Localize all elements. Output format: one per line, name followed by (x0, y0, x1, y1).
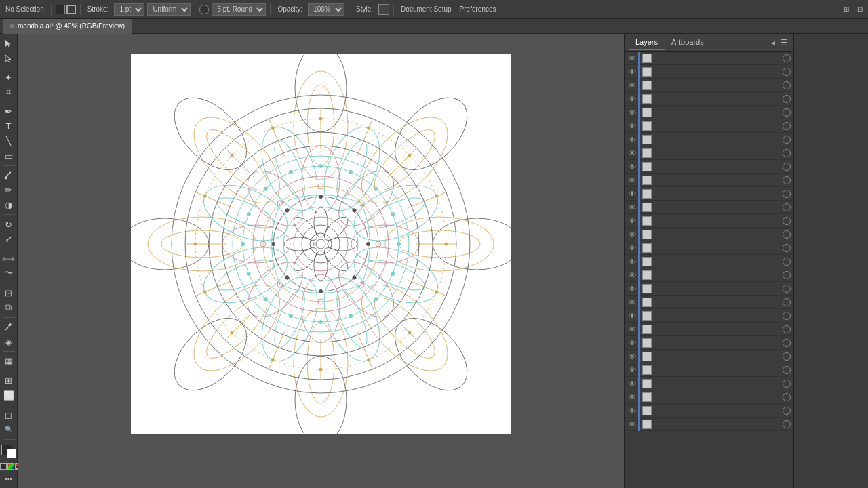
layer-target-circle[interactable] (783, 366, 791, 374)
layer-visibility-toggle[interactable]: 👁 (626, 241, 638, 255)
layer-target-circle[interactable] (783, 149, 791, 157)
layer-visibility-toggle[interactable]: 👁 (626, 404, 638, 418)
color-mode-gradient[interactable] (7, 463, 14, 470)
free-transform-tool-btn[interactable]: ⊡ (1, 286, 16, 300)
layer-visibility-toggle[interactable]: 👁 (626, 363, 638, 377)
stroke-type-select[interactable]: Uniform (147, 3, 191, 16)
layer-visibility-toggle[interactable]: 👁 (626, 228, 638, 241)
layer-target-circle[interactable] (783, 407, 791, 415)
blob-brush-tool-btn[interactable]: ◑ (1, 199, 16, 212)
stroke-style-select[interactable]: 5 pt. Round (212, 3, 266, 16)
layer-visibility-toggle[interactable]: 👁 (626, 214, 638, 228)
layer-row[interactable]: 👁 (625, 282, 793, 296)
more-tools-btn[interactable]: ••• (1, 472, 16, 486)
file-tab[interactable]: ✕ mandala.ai* @ 40% (RGB/Preview) (3, 19, 132, 34)
blend-tool-btn[interactable]: ◈ (1, 335, 16, 348)
layer-row[interactable]: 👁 (625, 214, 793, 228)
layer-target-circle[interactable] (783, 136, 791, 144)
layer-row[interactable]: 👁 (625, 404, 793, 418)
layer-target-circle[interactable] (783, 298, 791, 306)
tab-close-icon[interactable]: ✕ (9, 23, 15, 30)
preferences-button[interactable]: Preferences (457, 4, 499, 14)
layer-row[interactable]: 👁 (625, 228, 793, 241)
layer-row[interactable]: 👁 (625, 255, 793, 268)
layer-target-circle[interactable] (783, 122, 791, 130)
layer-row[interactable]: 👁 (625, 52, 793, 65)
pen-tool-btn[interactable]: ✒ (1, 105, 16, 119)
layer-visibility-toggle[interactable]: 👁 (626, 309, 638, 323)
layer-visibility-toggle[interactable]: 👁 (626, 119, 638, 133)
layer-row[interactable]: 👁 (625, 133, 793, 146)
style-swatch[interactable] (378, 4, 389, 15)
fill-stroke-indicator[interactable] (1, 445, 16, 458)
artboards-tab[interactable]: Artboards (665, 35, 711, 50)
layers-expand-btn[interactable]: ◂ (770, 37, 776, 49)
scale-tool-btn[interactable]: ⤢ (1, 232, 16, 246)
warp-tool-btn[interactable]: 〜 (1, 266, 16, 280)
line-tool-btn[interactable]: ╲ (1, 135, 16, 148)
layer-visibility-toggle[interactable]: 👁 (626, 201, 638, 214)
layer-target-circle[interactable] (783, 285, 791, 293)
layer-target-circle[interactable] (783, 68, 791, 76)
layer-visibility-toggle[interactable]: 👁 (626, 323, 638, 336)
layer-row[interactable]: 👁 (625, 268, 793, 282)
zoom-tool-btn[interactable]: 🔍 (1, 423, 16, 436)
stroke-swatch[interactable] (66, 5, 76, 14)
layer-target-circle[interactable] (783, 54, 791, 62)
layer-visibility-toggle[interactable]: 👁 (626, 146, 638, 160)
layer-target-circle[interactable] (783, 203, 791, 211)
layer-target-circle[interactable] (783, 420, 791, 428)
layer-target-circle[interactable] (783, 393, 791, 401)
lasso-tool-btn[interactable]: ⌗ (1, 85, 16, 99)
layer-target-circle[interactable] (783, 258, 791, 266)
layer-target-circle[interactable] (783, 244, 791, 252)
layer-visibility-toggle[interactable]: 👁 (626, 418, 638, 431)
layer-target-circle[interactable] (783, 352, 791, 361)
layer-visibility-toggle[interactable]: 👁 (626, 106, 638, 119)
layer-visibility-toggle[interactable]: 👁 (626, 268, 638, 282)
layer-visibility-toggle[interactable]: 👁 (626, 52, 638, 65)
layer-target-circle[interactable] (783, 81, 791, 89)
layer-row[interactable]: 👁 (625, 418, 793, 431)
layers-menu-btn[interactable]: ☰ (779, 37, 789, 49)
layer-visibility-toggle[interactable]: 👁 (626, 255, 638, 268)
layer-visibility-toggle[interactable]: 👁 (626, 160, 638, 174)
layer-target-circle[interactable] (783, 339, 791, 347)
layer-row[interactable]: 👁 (625, 336, 793, 350)
eraser-tool-btn[interactable]: ◻ (1, 408, 16, 422)
arrange-icon[interactable]: ⊞ (841, 4, 852, 14)
layer-visibility-toggle[interactable]: 👁 (626, 390, 638, 404)
layer-row[interactable]: 👁 (625, 187, 793, 201)
layer-target-circle[interactable] (783, 95, 791, 103)
layer-target-circle[interactable] (783, 108, 791, 117)
shape-builder-tool-btn[interactable]: ⧉ (1, 301, 16, 314)
workspace-icon[interactable]: ⊡ (854, 4, 865, 14)
layer-target-circle[interactable] (783, 190, 791, 198)
layer-row[interactable]: 👁 (625, 363, 793, 377)
layer-target-circle[interactable] (783, 312, 791, 320)
layer-row[interactable]: 👁 (625, 119, 793, 133)
opacity-select[interactable]: 100% (308, 3, 344, 16)
layer-row[interactable]: 👁 (625, 65, 793, 79)
layer-visibility-toggle[interactable]: 👁 (626, 174, 638, 187)
paintbrush-tool-btn[interactable] (1, 169, 16, 182)
color-mode-fill[interactable] (0, 463, 7, 470)
layer-target-circle[interactable] (783, 230, 791, 239)
width-tool-btn[interactable]: ⟺ (1, 252, 16, 266)
type-tool-btn[interactable]: T (1, 120, 16, 134)
slice-tool-btn[interactable]: ⬜ (1, 389, 16, 403)
artboard-tool-btn[interactable]: ⊞ (1, 374, 16, 388)
layer-visibility-toggle[interactable]: 👁 (626, 350, 638, 363)
layer-target-circle[interactable] (783, 271, 791, 279)
eyedropper-tool-btn[interactable] (1, 321, 16, 334)
layer-visibility-toggle[interactable]: 👁 (626, 296, 638, 309)
layer-target-circle[interactable] (783, 217, 791, 225)
layer-visibility-toggle[interactable]: 👁 (626, 79, 638, 92)
layer-visibility-toggle[interactable]: 👁 (626, 282, 638, 296)
layer-target-circle[interactable] (783, 325, 791, 333)
layer-row[interactable]: 👁 (625, 174, 793, 187)
layer-row[interactable]: 👁 (625, 106, 793, 119)
canvas-area[interactable]: .m-outline { fill: none; stroke: #555; s… (18, 34, 624, 488)
layer-row[interactable]: 👁 (625, 79, 793, 92)
layer-visibility-toggle[interactable]: 👁 (626, 92, 638, 106)
